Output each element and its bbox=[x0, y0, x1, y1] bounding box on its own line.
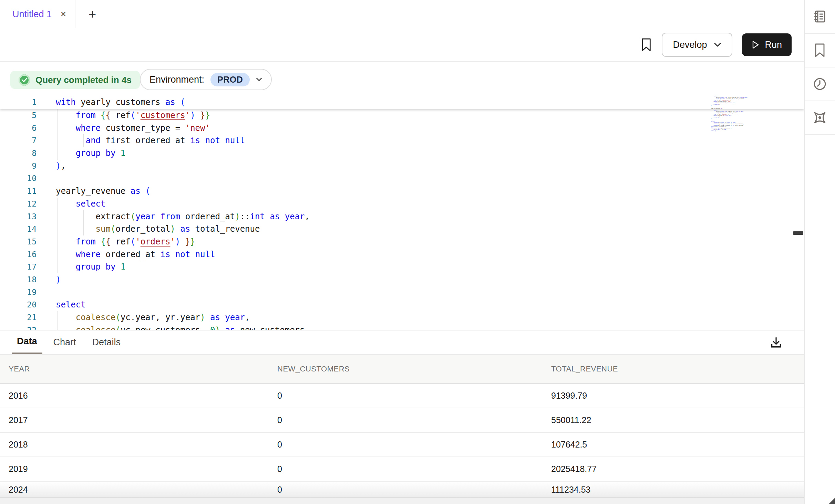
table-cell: 2025418.77 bbox=[551, 464, 804, 474]
chevron-down-icon bbox=[714, 42, 721, 47]
run-button[interactable]: Run bbox=[742, 33, 792, 56]
table-cell: 107642.5 bbox=[551, 440, 804, 450]
line-content: ), bbox=[56, 160, 723, 172]
editor-tab-bar: Untitled 1 × + bbox=[0, 0, 804, 29]
line-content: coalesce(yc.year, yr.year) as year, bbox=[56, 311, 723, 324]
table-cell: 0 bbox=[277, 485, 551, 495]
check-circle-icon bbox=[19, 74, 30, 86]
code-line[interactable]: 17 group by 1 bbox=[0, 261, 723, 273]
column-header[interactable]: YEAR bbox=[9, 365, 277, 374]
table-body: 2016091399.7920170550011.2220180107642.5… bbox=[0, 384, 804, 497]
close-icon[interactable]: × bbox=[61, 10, 66, 19]
code-line[interactable]: 1with yearly_customers as ( bbox=[0, 95, 804, 109]
code-line[interactable]: 18) bbox=[0, 273, 723, 286]
line-content: group by 1 bbox=[56, 147, 723, 160]
results-tab-data[interactable]: Data bbox=[12, 330, 42, 354]
table-row[interactable]: 20170550011.22 bbox=[0, 408, 804, 433]
line-content: where ordered_at is not null bbox=[56, 248, 723, 261]
resize-grip[interactable] bbox=[829, 498, 835, 504]
line-content bbox=[56, 286, 723, 299]
code-line[interactable]: 21 coalesce(yc.year, yr.year) as year, bbox=[0, 311, 723, 324]
indent-guide bbox=[57, 198, 58, 210]
code-line[interactable]: 22 coalesce(yc.new_customers, 0) as new_… bbox=[0, 324, 723, 330]
code-line[interactable]: 7 and first_ordered_at is not null bbox=[0, 134, 723, 147]
code-line[interactable]: 5 from {{ ref('customers') }} bbox=[0, 109, 723, 122]
code-line[interactable]: 14 sum(order_total) as total_revenue bbox=[0, 223, 723, 235]
table-cell: 2018 bbox=[9, 440, 277, 450]
table-cell: 91399.79 bbox=[551, 391, 804, 401]
code-line[interactable]: 10 bbox=[0, 172, 723, 185]
code-line[interactable]: 19 bbox=[0, 286, 723, 299]
develop-button-label: Develop bbox=[673, 40, 707, 50]
table-cell: 0 bbox=[277, 391, 551, 401]
code-line[interactable]: 9), bbox=[0, 160, 723, 172]
sidebar-item-notebook[interactable] bbox=[805, 0, 835, 34]
develop-button[interactable]: Develop bbox=[662, 33, 732, 57]
indent-guide bbox=[57, 248, 58, 261]
tab-untitled-1[interactable]: Untitled 1 × bbox=[0, 0, 75, 28]
results-tab-chart[interactable]: Chart bbox=[48, 330, 81, 354]
bookmark-icon bbox=[813, 43, 826, 57]
table-row[interactable]: 20180107642.5 bbox=[0, 433, 804, 457]
history-clock-icon bbox=[813, 77, 827, 91]
sidebar-item-history[interactable] bbox=[805, 67, 835, 101]
table-header-row: YEARNEW_CUSTOMERSTOTAL_REVENUE bbox=[0, 355, 804, 384]
code-line[interactable]: 13 extract(year from ordered_at)::int as… bbox=[0, 210, 723, 223]
scrollbar-marker[interactable] bbox=[793, 231, 803, 235]
minimap-code: with yearly_customers as ( select extrac… bbox=[711, 95, 763, 132]
new-tab-button[interactable]: + bbox=[82, 0, 103, 28]
tab-title: Untitled 1 bbox=[12, 9, 52, 20]
run-button-label: Run bbox=[765, 40, 782, 50]
code-line[interactable]: 20select bbox=[0, 298, 723, 311]
line-number: 11 bbox=[0, 185, 37, 198]
table-cell: 0 bbox=[277, 440, 551, 450]
line-number: 20 bbox=[0, 298, 37, 311]
table-row[interactable]: 20240111234.53 bbox=[0, 482, 804, 497]
indent-guide bbox=[57, 311, 58, 324]
line-number: 13 bbox=[0, 210, 37, 223]
line-number: 16 bbox=[0, 248, 37, 261]
indent-guide bbox=[83, 223, 84, 235]
environment-selector[interactable]: Environment: PROD bbox=[140, 69, 272, 90]
code-line[interactable]: 8 group by 1 bbox=[0, 147, 723, 160]
code-line[interactable]: 11yearly_revenue as ( bbox=[0, 185, 723, 198]
column-header[interactable]: NEW_CUSTOMERS bbox=[277, 365, 551, 374]
code-line[interactable]: 15 from {{ ref('orders') }} bbox=[0, 235, 723, 248]
notebook-icon bbox=[813, 9, 827, 24]
toolbar: Develop Run bbox=[0, 28, 804, 62]
code-line[interactable]: 16 where ordered_at is not null bbox=[0, 248, 723, 261]
results-tab-details[interactable]: Details bbox=[87, 330, 126, 354]
table-cell: 2019 bbox=[9, 464, 277, 474]
line-content: coalesce(yc.new_customers, 0) as new_cus… bbox=[56, 324, 723, 330]
code-editor[interactable]: 1with yearly_customers as ( 5 from {{ re… bbox=[0, 95, 804, 330]
chevron-down-icon bbox=[256, 77, 262, 82]
bookmark-icon[interactable] bbox=[640, 38, 652, 52]
results-panel: DataChartDetails YEARNEW_CUSTOMERSTOTAL_… bbox=[0, 330, 804, 504]
table-cell: 2024 bbox=[9, 485, 277, 495]
line-content: yearly_revenue as ( bbox=[56, 185, 723, 198]
minimap[interactable]: with yearly_customers as ( select extrac… bbox=[711, 95, 763, 134]
table-row[interactable]: 2016091399.79 bbox=[0, 384, 804, 408]
line-number: 18 bbox=[0, 273, 37, 286]
line-content: and first_ordered_at is not null bbox=[56, 134, 723, 147]
line-number: 6 bbox=[0, 122, 37, 135]
line-content: sum(order_total) as total_revenue bbox=[56, 223, 723, 235]
table-scrollbar-track[interactable] bbox=[0, 497, 804, 504]
sidebar-item-bookmarks[interactable] bbox=[805, 34, 835, 67]
download-icon[interactable] bbox=[768, 335, 784, 350]
line-content: extract(year from ordered_at)::int as ye… bbox=[56, 210, 723, 223]
column-header[interactable]: TOTAL_REVENUE bbox=[551, 365, 804, 374]
table-row[interactable]: 201902025418.77 bbox=[0, 457, 804, 482]
line-content: group by 1 bbox=[56, 261, 723, 273]
indent-guide bbox=[57, 235, 58, 248]
ai-assistant-icon bbox=[812, 110, 827, 125]
line-number: 14 bbox=[0, 223, 37, 235]
sidebar-item-ai-assistant[interactable] bbox=[805, 101, 835, 135]
code-lines[interactable]: 5 from {{ ref('customers') }}6 where cus… bbox=[0, 109, 723, 330]
sticky-code-line[interactable]: 1with yearly_customers as ( bbox=[0, 95, 804, 109]
line-content: with yearly_customers as ( bbox=[56, 95, 804, 109]
line-number: 5 bbox=[0, 109, 37, 122]
table-cell: 550011.22 bbox=[551, 415, 804, 425]
code-line[interactable]: 12 select bbox=[0, 198, 723, 210]
code-line[interactable]: 6 where customer_type = 'new' bbox=[0, 122, 723, 135]
